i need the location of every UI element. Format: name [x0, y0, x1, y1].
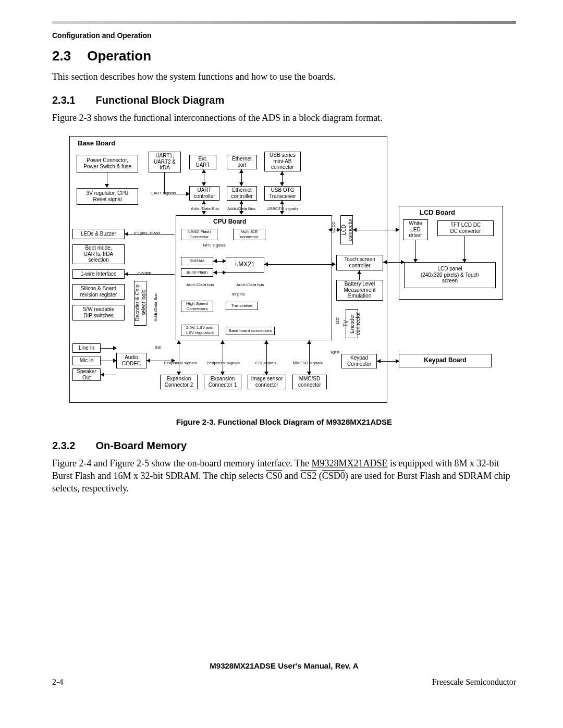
- sig-periph-1: Peripheral signals: [162, 361, 199, 366]
- header-rule: [52, 21, 516, 24]
- image-sensor-box: Image sensorconnector: [248, 375, 286, 389]
- 3v-regulator-box: 3V regulator, CPUReset signal: [77, 188, 138, 205]
- touch-screen-box: Touch screencontroller: [336, 255, 383, 270]
- cs0-label: CS0: [266, 471, 282, 481]
- imx21-box: i.MX21: [226, 257, 264, 273]
- speaker-out-box: SpeakerOut: [72, 368, 101, 381]
- sig-addr-data-3: Addr./Data bus: [183, 283, 217, 288]
- cpu-board-title: CPU Board: [212, 218, 247, 225]
- battery-box: Battery LevelMeasurementEmulation: [336, 280, 383, 301]
- footer-manual-title: M9328MX21ADSE User's Manual, Rev. A: [52, 661, 516, 670]
- keypad-board-box: Keypad Board: [399, 354, 492, 367]
- sig-addr-data-bus-label: Addr./Data Bus: [154, 293, 158, 322]
- dip-switches-box: S/W readableDIP switches: [72, 305, 125, 320]
- usb-miniab-box: USB seriesmini-ABconnector: [264, 152, 301, 171]
- sig-nfc: NFC signals: [200, 243, 229, 248]
- uart-controller-box: UARTcontroller: [189, 186, 219, 201]
- section-number: 2.3.2: [52, 440, 93, 452]
- power-connector-box: Power Connector,Power Switch & fuse: [77, 155, 138, 172]
- line-in-box: Line In: [72, 343, 101, 353]
- sig-periph-2: Peripheral signals: [205, 361, 241, 366]
- csd0-label: CSD0: [322, 471, 345, 481]
- sdram-box: SDRAM: [181, 257, 213, 265]
- tv-encoder-box: TVEncoderconnector: [346, 309, 358, 338]
- section-2.3.1-heading: 2.3.1 Functional Block Diagram: [52, 94, 516, 106]
- sig-i2c: I2C: [334, 317, 341, 325]
- section-title: On-Board Memory: [96, 440, 187, 451]
- tft-dc-box: TFT LCD DCDC converter: [437, 220, 494, 236]
- decoder-box: Decoder & Chipselect logic: [134, 281, 146, 326]
- usb-otg-box: USB OTGTransceiver: [264, 186, 301, 201]
- product-name: M9328MX21ADSE: [312, 458, 388, 468]
- section-2.3-body: This section describes how the system fu…: [52, 70, 516, 83]
- section-2.3.2-heading: 2.3.2 On-Board Memory: [52, 440, 516, 452]
- sig-kpp: KPP: [329, 351, 341, 355]
- transceiver-box: Transceiver: [226, 302, 258, 310]
- sig-ssi: SSI: [152, 346, 164, 350]
- audio-codec-box: AudioCODEC: [116, 353, 146, 368]
- lcd-connector-label: LCDconnector: [341, 218, 353, 241]
- sig-csi: CSI signals: [252, 361, 280, 366]
- lcd-connector-box: LCDconnector: [340, 215, 353, 244]
- sig-io-pins: IO pins: [227, 292, 250, 297]
- section-2.3.2-body: Figure 2-4 and Figure 2-5 show the on-bo…: [52, 457, 516, 495]
- one-wire-box: 1-wire Interface: [72, 269, 125, 279]
- sig-addr-data-bus: Addr./Data Bus: [152, 293, 160, 323]
- nand-flash-box: NAND FlashConnector: [181, 229, 217, 240]
- ext-uart-box: Ext.UART: [189, 155, 216, 169]
- base-board-title: Base Board: [77, 139, 116, 147]
- keypad-connector-box: KeypadConnector: [341, 354, 377, 368]
- body-text: Figure 2-4 and Figure 2-5 show the on-bo…: [52, 458, 312, 468]
- uart-irda-box: UART1,UART2 &IrDA: [149, 152, 181, 172]
- sig-i2c-label: I2C: [336, 317, 340, 324]
- ethernet-controller-box: Ethernetcontroller: [227, 186, 257, 201]
- mmc-sd-box: MMC/SDconnector: [292, 375, 327, 389]
- decoder-label: Decoder & Chipselect logic: [134, 285, 146, 322]
- figure-caption: Figure 2-3. Functional Block Diagram of …: [52, 417, 516, 426]
- boot-mode-box: Boot mode,UARTs, IrDAselection: [72, 244, 125, 264]
- section-2.3-heading: 2.3 Operation: [52, 48, 516, 64]
- section-number: 2.3: [52, 48, 83, 64]
- tv-encoder-label: TVEncoderconnector: [343, 312, 361, 335]
- cs2-label: CS2: [300, 471, 316, 481]
- body-text: and: [282, 471, 300, 481]
- baseboard-conn-box: Base board connectors: [226, 327, 275, 335]
- footer-page-number: 2-4: [52, 677, 63, 687]
- body-text: (: [316, 471, 322, 481]
- section-title: Operation: [87, 48, 151, 64]
- expansion-2-box: ExpansionConnector 2: [160, 375, 198, 389]
- figure-2-3-diagram: Base Board CPU Board LCD Board Keypad Bo…: [60, 132, 508, 408]
- leds-buzzer-box: LEDs & Buzzer: [72, 229, 125, 239]
- running-head: Configuration and Operation: [52, 31, 516, 40]
- section-number: 2.3.1: [52, 94, 93, 106]
- white-led-box: WhiteLEDdriver: [403, 219, 428, 240]
- expansion-1-box: ExpansionConnector 1: [204, 375, 241, 389]
- lcd-board-title: LCD Board: [419, 208, 456, 216]
- sig-mmcsd: MMCSD signals: [289, 361, 326, 366]
- lcd-panel-box: LCD panel(240x320 pixels) & Touchscreen: [404, 262, 496, 288]
- burst-flash-box: Burst Flash: [181, 268, 213, 277]
- footer-company: Freescale Semiconductor: [432, 677, 516, 687]
- multi-ice-box: Multi-ICEconnector: [233, 229, 265, 240]
- section-title: Functional Block Diagram: [96, 94, 225, 106]
- regulators-box: 2.5V, 1.8V and1.5V regulators: [181, 325, 218, 336]
- mic-in-box: Mic In: [72, 356, 101, 365]
- high-speed-conn-box: High SpeedConnectors: [181, 301, 213, 312]
- ethernet-port-box: Ethernetport: [227, 155, 257, 169]
- silicon-rev-box: Silicon & Boardrevision register: [72, 284, 125, 300]
- section-2.3.1-body: Figure 2-3 shows the functional intercon…: [52, 112, 516, 124]
- sig-addr-data-4: Addr./Data bus: [233, 283, 267, 288]
